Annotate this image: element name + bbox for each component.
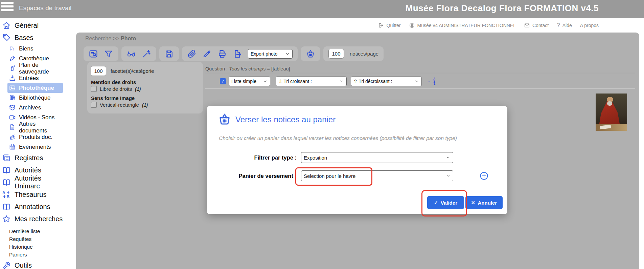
user-circle-icon <box>409 22 415 28</box>
question-line: Question : Tous les champs = [tableau] <box>205 66 290 71</box>
sidebar-item-annotations[interactable]: Annotations <box>0 201 64 213</box>
paperclip-icon[interactable] <box>187 49 197 59</box>
select-all-checkbox[interactable]: ✓ <box>220 78 226 84</box>
svg-text:A: A <box>2 190 5 195</box>
facet-checkbox[interactable] <box>91 86 97 92</box>
books-icon <box>9 94 16 101</box>
logout-icon <box>378 22 384 28</box>
glasses-icon[interactable] <box>127 49 136 59</box>
notices-per-page-input[interactable]: 100 <box>328 49 344 59</box>
user-bar: Quitter Musée v4 ADMINISTRATEUR FONCTION… <box>0 18 644 33</box>
magic-wand-icon[interactable] <box>142 49 151 59</box>
basket-icon[interactable] <box>306 49 315 59</box>
chevron-down-icon <box>285 51 290 56</box>
notices-per-page-label: notices/page <box>350 51 378 57</box>
facet-count: (1) <box>135 86 141 92</box>
sidebar-item-general[interactable]: Général <box>0 19 64 32</box>
svg-text:B: B <box>7 194 10 199</box>
chevron-down-icon <box>339 79 344 84</box>
sidebar-item-outils[interactable]: Outils <box>0 259 64 269</box>
top-bar: Espaces de travail Musée Flora Decalog F… <box>0 0 644 18</box>
registers-icon <box>2 153 11 162</box>
open-book-icon <box>2 202 11 211</box>
quit-button[interactable]: Quitter <box>378 22 401 28</box>
chevron-down-icon <box>263 79 268 84</box>
filter-type-select[interactable]: Exposition <box>301 152 453 163</box>
result-thumbnail-painting[interactable] <box>596 94 627 131</box>
help-button[interactable]: ? Aide <box>557 22 572 29</box>
pencil-icon[interactable] <box>202 49 212 59</box>
validate-button[interactable]: ✓ Valider <box>427 196 464 209</box>
print-icon[interactable] <box>217 49 227 59</box>
document-icon <box>9 124 16 131</box>
sidebar-item-derniere-liste[interactable]: Dernière liste <box>0 227 64 235</box>
image-icon <box>9 84 16 91</box>
sidebar-item-historique[interactable]: Historique <box>0 243 64 251</box>
save-icon[interactable] <box>164 49 174 59</box>
basket-target-label: Panier de versement : <box>207 170 297 181</box>
pour-to-basket-modal: Verser les notices au panier Choisir ou … <box>207 106 507 214</box>
sidebar-item-autorites-unimarc[interactable]: Autorités Unimarc <box>0 176 64 188</box>
sidebar-item-plan-de-sauvegarde[interactable]: Plan de sauvegarde <box>0 63 64 73</box>
calendar-icon <box>9 143 16 150</box>
sidebar: Général Bases ♘Biens Carothèque Plan de … <box>0 18 64 269</box>
current-user[interactable]: Musée v4 ADMINISTRATEUR FONCTIONNEL <box>409 22 516 28</box>
toolbar-group-view <box>121 46 156 61</box>
facet-checkbox[interactable] <box>91 102 97 108</box>
export-select[interactable]: Export photo <box>248 49 293 59</box>
list-mode-select[interactable]: Liste simple <box>229 77 270 86</box>
toolbar-group-basket <box>301 46 320 61</box>
facets-count-input[interactable]: 100 <box>91 66 106 76</box>
workspace-label: Espaces de travail <box>19 4 71 12</box>
sidebar-item-requetes[interactable]: Requêtes <box>0 235 64 243</box>
facet-option: Libre de droits (1) <box>91 86 200 92</box>
separator <box>205 73 635 73</box>
stack-icon <box>9 133 16 141</box>
contact-button[interactable]: Contact <box>524 22 549 28</box>
knight-icon: ♘ <box>9 45 16 52</box>
about-button[interactable]: A propos <box>580 23 599 28</box>
sidebar-item-biens[interactable]: ♘Biens <box>0 44 64 54</box>
filter-type-label: Filtrer par type : <box>207 152 297 163</box>
modal-subtitle: Choisir ou créer un panier dans lequel v… <box>219 135 497 141</box>
separator <box>205 88 635 89</box>
list-search-icon[interactable] <box>89 49 98 59</box>
sidebar-item-autres-documents[interactable]: Autres documents <box>0 122 64 132</box>
question-field: Tous les champs <box>229 66 266 71</box>
sidebar-item-archives[interactable]: Archives <box>0 103 64 112</box>
facets-count-label: facette(s)/catégorie <box>111 68 154 74</box>
star-icon <box>2 214 11 223</box>
basket-icon <box>217 112 232 126</box>
toolbar-group-display <box>84 46 118 61</box>
toolbar-group-actions: Export photo <box>182 46 298 61</box>
toolbar-group-paging: 100 notices/page <box>323 46 384 61</box>
carrot-icon <box>9 55 16 62</box>
sidebar-item-registres[interactable]: Registres <box>0 152 64 164</box>
sidebar-item-evenements[interactable]: Evènements <box>0 142 64 152</box>
filter-funnel-icon[interactable] <box>104 49 113 59</box>
chevron-down-icon <box>414 79 419 84</box>
sidebar-item-paniers[interactable]: Paniers <box>0 251 64 258</box>
sidebar-item-bibliotheque[interactable]: Bibliothèque <box>0 93 64 103</box>
hamburger-menu-icon[interactable] <box>1 2 14 11</box>
question-value: = [tableau] <box>267 66 290 71</box>
cancel-button[interactable]: ✕ Annuler <box>465 196 503 209</box>
facet-group-title: Sens forme Image <box>91 95 200 101</box>
sort-numeric-icon[interactable]: ↑321 <box>428 78 436 85</box>
extinguisher-icon <box>9 65 16 72</box>
sidebar-item-bases[interactable]: Bases <box>0 32 64 44</box>
sidebar-item-mes-recherches[interactable]: Mes recherches <box>0 213 64 225</box>
breadcrumb: Recherche >> Photo <box>85 36 136 42</box>
sidebar-item-phototheque[interactable]: Photothèque <box>7 83 63 93</box>
chevron-down-icon <box>446 155 451 160</box>
basket-target-select[interactable]: Selection pour le havre <box>301 170 453 181</box>
plus-circle-icon[interactable] <box>479 171 489 181</box>
sort-descending-select[interactable]: ⇧ Tri décroissant : <box>351 77 422 86</box>
help-icon: ? <box>557 22 560 29</box>
sidebar-item-thesaurus[interactable]: ABThesaurus <box>0 188 64 201</box>
export-doc-icon[interactable] <box>233 49 242 59</box>
open-book-icon <box>2 178 11 187</box>
envelope-icon <box>524 22 530 28</box>
breadcrumb-current: Photo <box>121 36 136 41</box>
sort-ascending-select[interactable]: ⇩ Tri croissant : <box>276 77 347 86</box>
